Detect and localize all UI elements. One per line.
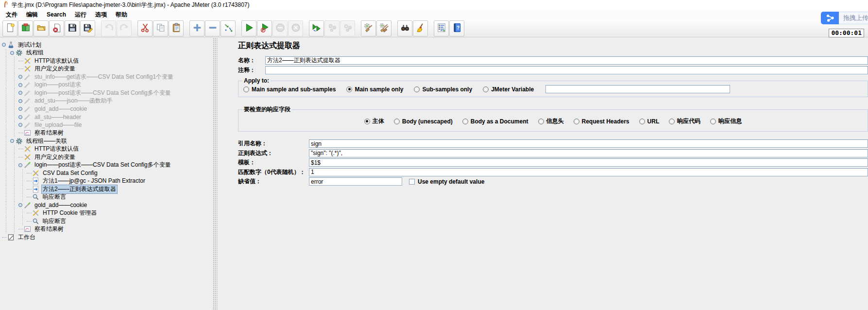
apply-to-option-3[interactable]: JMeter Variable xyxy=(483,86,534,93)
tree-expand-knob[interactable] xyxy=(2,43,6,47)
tree-expand-knob[interactable] xyxy=(10,51,14,55)
radio-unselected-icon xyxy=(538,119,544,124)
tree-row[interactable]: 察看结果树 xyxy=(0,225,213,234)
apply-to-option-1[interactable]: Main sample only xyxy=(346,86,403,93)
menu-item-5[interactable]: 帮助 xyxy=(111,10,132,19)
menu-item-0[interactable]: 文件 xyxy=(1,10,22,19)
search-reset-button[interactable] xyxy=(413,20,428,36)
tree-row[interactable]: 响应断言 xyxy=(0,217,213,225)
tree-expand-knob[interactable] xyxy=(18,91,22,95)
sampler-disabled-icon xyxy=(24,113,32,121)
regex-input[interactable] xyxy=(309,149,868,157)
toggle-button[interactable] xyxy=(221,20,236,36)
sampler-disabled-icon xyxy=(24,105,32,113)
tree-row[interactable]: CSV Data Set Config xyxy=(0,169,213,177)
jmeter-variable-input[interactable] xyxy=(545,85,730,93)
drag-upload-overlay[interactable]: 拖拽上传 xyxy=(821,12,868,24)
default-value-input[interactable] xyxy=(309,177,402,186)
tree-row[interactable]: HTTP请求默认值 xyxy=(0,145,213,154)
response-field-option-7[interactable]: 响应信息 xyxy=(710,117,742,125)
cut-button[interactable] xyxy=(137,20,153,36)
response-field-option-2[interactable]: Body as a Document xyxy=(462,118,528,125)
tree-guide xyxy=(2,89,10,97)
tree-row[interactable]: file_upload——file xyxy=(0,121,213,129)
use-empty-default-checkbox[interactable] xyxy=(409,179,415,185)
tree-row[interactable]: login——post请求 xyxy=(0,81,213,89)
remove-button[interactable] xyxy=(205,20,220,36)
tree-row[interactable]: 方法1——jp@gc - JSON Path Extractor xyxy=(0,177,213,186)
save-as-icon xyxy=(83,23,93,34)
function-helper-button[interactable] xyxy=(434,20,449,36)
reference-name-input[interactable] xyxy=(309,139,868,148)
tree-expand-knob[interactable] xyxy=(18,115,22,119)
save-as-button[interactable] xyxy=(80,20,95,36)
name-input[interactable] xyxy=(265,56,868,65)
copy-button[interactable] xyxy=(153,20,168,36)
menu-item-3[interactable]: 运行 xyxy=(70,10,91,19)
tree-row[interactable]: login——post请求——CSV Data Set Config多个变量 xyxy=(0,89,213,97)
tree-row[interactable]: all_stu——header xyxy=(0,113,213,121)
tree-row[interactable]: 工作台 xyxy=(0,233,213,241)
tree-row[interactable]: 用户定义的变量 xyxy=(0,65,213,73)
tree-expand-knob[interactable] xyxy=(18,107,22,111)
response-field-option-0[interactable]: 主体 xyxy=(364,117,384,125)
tree-row[interactable]: login——post请求——CSV Data Set Config多个变量 xyxy=(0,161,213,170)
close-button[interactable] xyxy=(49,20,64,36)
apply-to-option-0[interactable]: Main sample and sub-samples xyxy=(243,86,336,93)
clear-all-button[interactable] xyxy=(376,20,391,36)
response-field-option-5[interactable]: URL xyxy=(639,118,660,125)
response-field-option-3[interactable]: 信息头 xyxy=(538,117,564,125)
response-field-option-6[interactable]: 响应代码 xyxy=(669,117,700,125)
extractor-fields: 引用名称： 正则表达式： 模板： 匹配数字（0代表随机）： 缺省值： Use e… xyxy=(238,139,868,187)
remote-start-button[interactable] xyxy=(309,20,324,36)
menu-item-4[interactable]: 选项 xyxy=(91,10,111,19)
new-button[interactable] xyxy=(2,20,17,36)
templates-button[interactable] xyxy=(18,20,33,36)
save-button[interactable] xyxy=(65,20,80,36)
response-field-option-4[interactable]: Request Headers xyxy=(574,118,630,125)
tree-row[interactable]: add_stu——json——函数助手 xyxy=(0,97,213,105)
tree-expand-knob[interactable] xyxy=(18,99,22,103)
start-button[interactable] xyxy=(241,20,256,36)
tree-row[interactable]: stu_info——get请求——CSV Data Set Config1个变量 xyxy=(0,73,213,81)
tree-row[interactable]: 线程组 xyxy=(0,49,213,57)
tree-expand-knob[interactable] xyxy=(18,203,22,207)
tree-expand-knob[interactable] xyxy=(18,83,22,87)
template-input[interactable] xyxy=(309,158,868,167)
tree-row[interactable]: 方法2——正则表达式提取器 xyxy=(0,185,213,193)
tree-row[interactable]: 察看结果树 xyxy=(0,129,213,138)
share-nodes-icon[interactable] xyxy=(821,12,839,24)
apply-to-option-2[interactable]: Sub-samples only xyxy=(414,86,472,93)
paste-button[interactable] xyxy=(169,20,184,36)
add-button[interactable] xyxy=(189,20,204,36)
tree-guide xyxy=(2,65,10,73)
search-button[interactable] xyxy=(397,20,412,36)
default-value-row: 缺省值： Use empty default value xyxy=(238,177,868,187)
tree-row[interactable]: 用户定义的变量 xyxy=(0,153,213,161)
tree-row[interactable]: 响应断言 xyxy=(0,193,213,202)
menu-item-2[interactable]: Search xyxy=(42,11,70,18)
tree-row[interactable]: HTTP Cookie 管理器 xyxy=(0,209,213,218)
tree-row[interactable]: 线程组——关联 xyxy=(0,137,213,145)
tree-expand-knob[interactable] xyxy=(18,123,22,127)
tree-row[interactable]: gold_add——cookie xyxy=(0,201,213,209)
regex-label: 正则表达式： xyxy=(238,149,309,157)
tree-connector xyxy=(18,149,23,149)
match-number-input[interactable] xyxy=(309,168,868,176)
toggle-icon xyxy=(223,23,233,34)
help-button[interactable]: ? xyxy=(449,20,464,36)
tree-expand-knob[interactable] xyxy=(10,139,14,143)
menu-bar: 文件编辑Search运行选项帮助 xyxy=(0,10,868,19)
open-button[interactable] xyxy=(34,20,49,36)
tree-row[interactable]: 测试计划 xyxy=(0,41,213,49)
tree-expand-knob[interactable] xyxy=(18,163,22,167)
tree-expand-knob[interactable] xyxy=(18,75,22,79)
comment-input[interactable] xyxy=(265,66,868,74)
clear-button[interactable] xyxy=(361,20,376,36)
tree-row[interactable]: gold_add——cookie xyxy=(0,105,213,113)
panel-splitter[interactable] xyxy=(213,38,218,310)
tree-row[interactable]: HTTP请求默认值 xyxy=(0,57,213,65)
response-field-option-1[interactable]: Body (unescaped) xyxy=(394,118,453,125)
start-no-pauses-button[interactable] xyxy=(257,20,272,36)
menu-item-1[interactable]: 编辑 xyxy=(22,10,42,19)
